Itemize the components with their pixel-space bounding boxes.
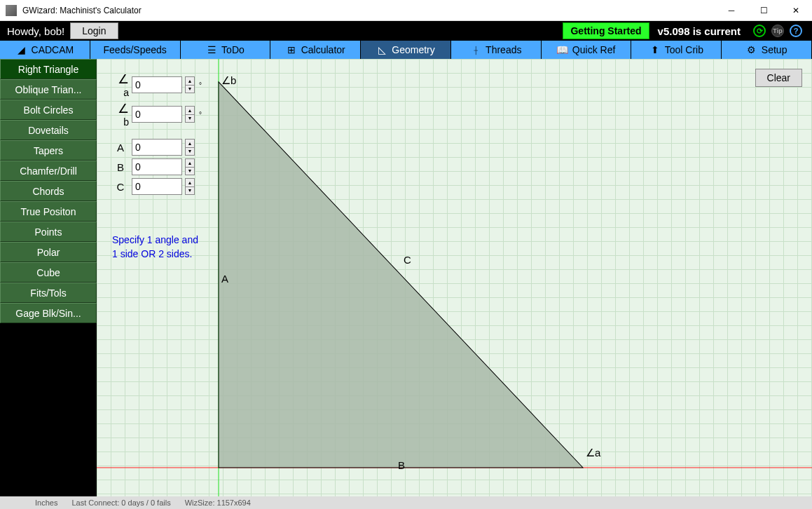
- sidebar-item-points[interactable]: Points: [0, 222, 97, 242]
- todo-icon: ☰: [206, 44, 217, 55]
- angle-a-row: ∠a ▲▼ °: [112, 72, 202, 98]
- status-lastconnect: Last Connect: 0 days / 0 fails: [71, 498, 170, 507]
- sidebar-item-oblique-triangle[interactable]: Oblique Trian...: [0, 79, 97, 100]
- window-title: GWizard: Machinist's Calculator: [22, 6, 715, 15]
- tab-quickref[interactable]: 📖Quick Ref: [542, 41, 632, 59]
- greeting-text: Howdy, bob!: [7, 25, 64, 37]
- diagram-side-a: A: [221, 273, 228, 285]
- side-c-spinner[interactable]: ▲▼: [185, 178, 195, 195]
- help-icon[interactable]: ?: [790, 25, 802, 37]
- getting-started-button[interactable]: Getting Started: [563, 22, 649, 39]
- side-b-input[interactable]: [132, 158, 182, 175]
- angle-icon: ∠: [118, 72, 129, 86]
- version-text: v5.098 is current: [658, 25, 741, 37]
- spinner-up-icon[interactable]: ▲: [186, 107, 194, 115]
- sidebar-item-chords[interactable]: Chords: [0, 181, 97, 201]
- spinner-up-icon[interactable]: ▲: [186, 159, 194, 168]
- status-bar: Inches Last Connect: 0 days / 0 fails Wi…: [0, 496, 812, 509]
- sidebar-item-right-triangle[interactable]: Right Triangle: [0, 59, 97, 79]
- angle-icon: ∠: [118, 102, 129, 116]
- angle-a-spinner[interactable]: ▲▼: [185, 76, 195, 93]
- diagram-angle-b: ∠b: [221, 74, 236, 87]
- spinner-up-icon[interactable]: ▲: [186, 140, 194, 148]
- diagram-angle-a: ∠a: [586, 447, 600, 459]
- sidebar-item-true-position[interactable]: True Positon: [0, 201, 97, 222]
- spinner-down-icon[interactable]: ▼: [186, 148, 194, 156]
- angle-b-label: ∠b: [112, 101, 129, 128]
- tab-setup[interactable]: ⚙Setup: [722, 41, 812, 59]
- side-a-label: A: [112, 142, 129, 154]
- refresh-icon[interactable]: ⟳: [753, 25, 766, 37]
- svg-marker-2: [219, 82, 583, 468]
- sidebar-item-tapers[interactable]: Tapers: [0, 140, 97, 161]
- tab-threads[interactable]: ⟊Threads: [451, 41, 542, 59]
- tab-calculator[interactable]: ⊞Calculator: [270, 41, 361, 59]
- header-bar: Howdy, bob! Login Getting Started v5.098…: [0, 21, 812, 41]
- sidebar-item-fits-tols[interactable]: Fits/Tols: [0, 283, 97, 303]
- status-units: Inches: [35, 498, 57, 507]
- angle-b-input[interactable]: [132, 106, 182, 123]
- sidebar-item-gage-blk[interactable]: Gage Blk/Sin...: [0, 303, 97, 323]
- clear-button[interactable]: Clear: [755, 69, 802, 87]
- spinner-down-icon[interactable]: ▼: [186, 187, 194, 195]
- threads-icon: ⟊: [470, 44, 481, 55]
- sidebar-item-cube[interactable]: Cube: [0, 262, 97, 283]
- tab-toolcrib[interactable]: ⬆Tool Crib: [631, 41, 722, 59]
- spinner-down-icon[interactable]: ▼: [186, 168, 194, 175]
- tab-feedsspeeds[interactable]: Feeds/Speeds: [90, 41, 181, 59]
- angle-a-label: ∠a: [112, 72, 129, 98]
- side-a-input[interactable]: [132, 139, 182, 156]
- spinner-down-icon[interactable]: ▼: [186, 86, 194, 93]
- angle-b-spinner[interactable]: ▲▼: [185, 106, 195, 123]
- spinner-down-icon[interactable]: ▼: [186, 115, 194, 123]
- side-c-input[interactable]: [132, 178, 182, 195]
- angle-a-input[interactable]: [132, 76, 182, 93]
- sidebar-item-chamfer-drill[interactable]: Chamfer/Drill: [0, 161, 97, 181]
- triangle-diagram: [97, 59, 812, 496]
- side-b-spinner[interactable]: ▲▼: [185, 158, 195, 175]
- degree-symbol: °: [199, 81, 202, 89]
- side-a-row: A ▲▼: [112, 139, 202, 156]
- degree-symbol: °: [199, 111, 202, 118]
- maximize-button[interactable]: ☐: [748, 0, 780, 21]
- cadcam-icon: ◢: [16, 44, 27, 55]
- quickref-icon: 📖: [557, 44, 568, 55]
- main-tabs: ◢CADCAM Feeds/Speeds ☰ToDo ⊞Calculator ◺…: [0, 41, 812, 59]
- minimize-button[interactable]: ─: [715, 0, 748, 21]
- side-b-row: B ▲▼: [112, 158, 202, 175]
- login-button[interactable]: Login: [70, 22, 118, 39]
- geometry-icon: ◺: [376, 44, 387, 55]
- spinner-up-icon[interactable]: ▲: [186, 179, 194, 187]
- canvas-area: ∠a ▲▼ ° ∠b ▲▼ ° A ▲▼ B ▲▼: [97, 59, 812, 496]
- diagram-side-c: C: [404, 254, 411, 266]
- sidebar-item-bolt-circles[interactable]: Bolt Circles: [0, 100, 97, 120]
- spinner-up-icon[interactable]: ▲: [186, 77, 194, 86]
- workspace: Right Triangle Oblique Trian... Bolt Cir…: [0, 59, 812, 496]
- status-wizsize: WizSize: 1157x694: [185, 498, 251, 507]
- side-c-row: C ▲▼: [112, 178, 202, 195]
- calculator-icon: ⊞: [286, 44, 297, 55]
- titlebar: GWizard: Machinist's Calculator ─ ☐ ✕: [0, 0, 812, 21]
- sidebar-item-dovetails[interactable]: Dovetails: [0, 120, 97, 140]
- window-controls: ─ ☐ ✕: [715, 0, 812, 21]
- tip-icon[interactable]: Tip: [771, 25, 784, 37]
- tab-geometry[interactable]: ◺Geometry: [361, 41, 451, 59]
- side-a-spinner[interactable]: ▲▼: [185, 139, 195, 156]
- toolcrib-icon: ⬆: [649, 44, 661, 55]
- close-button[interactable]: ✕: [780, 0, 812, 21]
- sidebar-item-polar[interactable]: Polar: [0, 242, 97, 262]
- inputs-panel: ∠a ▲▼ ° ∠b ▲▼ ° A ▲▼ B ▲▼: [112, 72, 202, 198]
- angle-b-row: ∠b ▲▼ °: [112, 101, 202, 128]
- side-b-label: B: [112, 161, 129, 173]
- app-icon: [6, 5, 17, 16]
- tab-cadcam[interactable]: ◢CADCAM: [0, 41, 90, 59]
- sidebar: Right Triangle Oblique Trian... Bolt Cir…: [0, 59, 97, 496]
- hint-text: Specify 1 angle and 1 side OR 2 sides.: [112, 233, 198, 261]
- tab-todo[interactable]: ☰ToDo: [181, 41, 271, 59]
- gear-icon: ⚙: [746, 44, 757, 55]
- diagram-side-b: B: [398, 459, 405, 471]
- side-c-label: C: [112, 181, 129, 193]
